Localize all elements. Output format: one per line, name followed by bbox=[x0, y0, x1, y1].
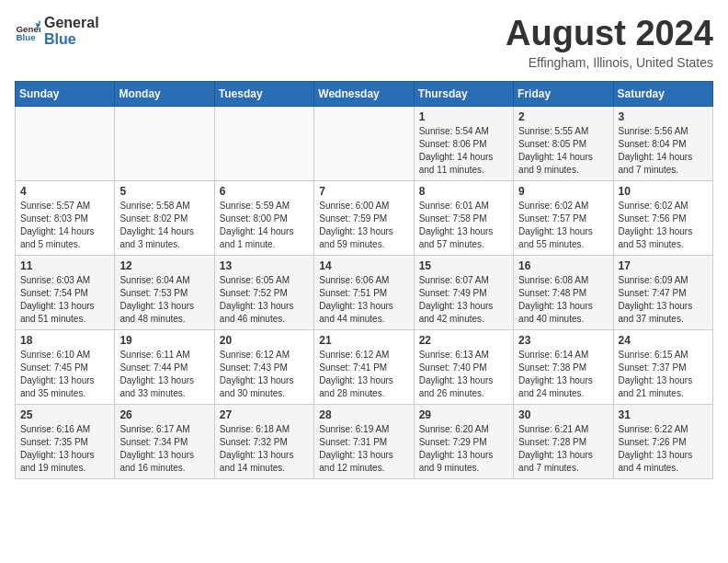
calendar-week-row: 18Sunrise: 6:10 AMSunset: 7:45 PMDayligh… bbox=[16, 329, 713, 404]
weekday-row: SundayMondayTuesdayWednesdayThursdayFrid… bbox=[16, 81, 713, 106]
weekday-header-wednesday: Wednesday bbox=[314, 81, 414, 106]
day-info: Sunrise: 5:54 AMSunset: 8:06 PMDaylight:… bbox=[419, 126, 494, 175]
day-info: Sunrise: 6:18 AMSunset: 7:32 PMDaylight:… bbox=[220, 424, 294, 473]
day-number: 28 bbox=[319, 408, 408, 421]
calendar-table: SundayMondayTuesdayWednesdayThursdayFrid… bbox=[15, 81, 713, 479]
calendar-cell: 22Sunrise: 6:13 AMSunset: 7:40 PMDayligh… bbox=[414, 329, 513, 404]
calendar-cell bbox=[16, 106, 115, 180]
svg-text:Blue: Blue bbox=[16, 31, 36, 41]
day-info: Sunrise: 6:12 AMSunset: 7:43 PMDaylight:… bbox=[220, 350, 294, 398]
day-number: 11 bbox=[20, 259, 109, 272]
day-number: 10 bbox=[619, 185, 708, 198]
day-info: Sunrise: 6:02 AMSunset: 7:56 PMDaylight:… bbox=[619, 201, 693, 249]
calendar-header: SundayMondayTuesdayWednesdayThursdayFrid… bbox=[16, 81, 713, 106]
calendar-cell: 31Sunrise: 6:22 AMSunset: 7:26 PMDayligh… bbox=[613, 404, 712, 478]
day-number: 31 bbox=[619, 408, 708, 421]
weekday-header-tuesday: Tuesday bbox=[214, 81, 313, 106]
calendar-cell: 5Sunrise: 5:58 AMSunset: 8:02 PMDaylight… bbox=[115, 180, 214, 255]
day-number: 13 bbox=[220, 259, 309, 272]
day-info: Sunrise: 6:12 AMSunset: 7:41 PMDaylight:… bbox=[319, 350, 393, 398]
day-info: Sunrise: 5:58 AMSunset: 8:02 PMDaylight:… bbox=[119, 201, 194, 249]
day-info: Sunrise: 6:01 AMSunset: 7:58 PMDaylight:… bbox=[419, 201, 494, 249]
calendar-cell: 27Sunrise: 6:18 AMSunset: 7:32 PMDayligh… bbox=[214, 404, 313, 478]
calendar-cell: 21Sunrise: 6:12 AMSunset: 7:41 PMDayligh… bbox=[314, 329, 414, 404]
day-info: Sunrise: 6:17 AMSunset: 7:34 PMDaylight:… bbox=[119, 424, 194, 473]
day-number: 9 bbox=[518, 185, 608, 198]
calendar-body: 1Sunrise: 5:54 AMSunset: 8:06 PMDaylight… bbox=[16, 106, 713, 478]
day-number: 22 bbox=[419, 334, 508, 347]
day-number: 17 bbox=[619, 259, 708, 272]
day-number: 21 bbox=[319, 334, 408, 347]
calendar-cell: 1Sunrise: 5:54 AMSunset: 8:06 PMDaylight… bbox=[414, 106, 513, 180]
day-info: Sunrise: 6:15 AMSunset: 7:37 PMDaylight:… bbox=[619, 350, 693, 398]
weekday-header-thursday: Thursday bbox=[414, 81, 513, 106]
calendar-cell: 26Sunrise: 6:17 AMSunset: 7:34 PMDayligh… bbox=[115, 404, 214, 478]
day-info: Sunrise: 6:05 AMSunset: 7:52 PMDaylight:… bbox=[220, 275, 294, 324]
calendar-cell: 18Sunrise: 6:10 AMSunset: 7:45 PMDayligh… bbox=[16, 329, 115, 404]
calendar-cell: 6Sunrise: 5:59 AMSunset: 8:00 PMDaylight… bbox=[214, 180, 313, 255]
day-info: Sunrise: 6:06 AMSunset: 7:51 PMDaylight:… bbox=[319, 275, 393, 324]
weekday-header-friday: Friday bbox=[514, 81, 613, 106]
logo-blue-text: Blue bbox=[44, 31, 99, 48]
day-info: Sunrise: 5:59 AMSunset: 8:00 PMDaylight:… bbox=[220, 201, 294, 249]
calendar-cell: 23Sunrise: 6:14 AMSunset: 7:38 PMDayligh… bbox=[514, 329, 613, 404]
calendar-cell: 8Sunrise: 6:01 AMSunset: 7:58 PMDaylight… bbox=[414, 180, 513, 255]
day-number: 30 bbox=[518, 408, 608, 421]
day-number: 3 bbox=[619, 110, 708, 123]
month-year-title: August 2024 bbox=[506, 15, 713, 53]
calendar-week-row: 1Sunrise: 5:54 AMSunset: 8:06 PMDaylight… bbox=[16, 106, 713, 180]
calendar-cell: 16Sunrise: 6:08 AMSunset: 7:48 PMDayligh… bbox=[514, 255, 613, 329]
calendar-cell: 9Sunrise: 6:02 AMSunset: 7:57 PMDaylight… bbox=[514, 180, 613, 255]
day-info: Sunrise: 6:08 AMSunset: 7:48 PMDaylight:… bbox=[518, 275, 593, 324]
calendar-cell: 10Sunrise: 6:02 AMSunset: 7:56 PMDayligh… bbox=[613, 180, 712, 255]
day-info: Sunrise: 6:14 AMSunset: 7:38 PMDaylight:… bbox=[518, 350, 593, 398]
day-info: Sunrise: 5:57 AMSunset: 8:03 PMDaylight:… bbox=[20, 201, 95, 249]
day-number: 14 bbox=[319, 259, 408, 272]
day-number: 19 bbox=[119, 334, 209, 347]
day-info: Sunrise: 6:22 AMSunset: 7:26 PMDaylight:… bbox=[619, 424, 693, 473]
calendar-cell: 29Sunrise: 6:20 AMSunset: 7:29 PMDayligh… bbox=[414, 404, 513, 478]
calendar-cell: 24Sunrise: 6:15 AMSunset: 7:37 PMDayligh… bbox=[613, 329, 712, 404]
logo: General Blue General Blue bbox=[15, 15, 99, 47]
calendar-cell: 30Sunrise: 6:21 AMSunset: 7:28 PMDayligh… bbox=[514, 404, 613, 478]
weekday-header-sunday: Sunday bbox=[16, 81, 115, 106]
calendar-week-row: 4Sunrise: 5:57 AMSunset: 8:03 PMDaylight… bbox=[16, 180, 713, 255]
day-number: 8 bbox=[419, 185, 508, 198]
weekday-header-monday: Monday bbox=[115, 81, 214, 106]
calendar-cell: 2Sunrise: 5:55 AMSunset: 8:05 PMDaylight… bbox=[514, 106, 613, 180]
day-number: 7 bbox=[319, 185, 408, 198]
day-number: 27 bbox=[220, 408, 309, 421]
calendar-cell bbox=[214, 106, 313, 180]
day-info: Sunrise: 6:04 AMSunset: 7:53 PMDaylight:… bbox=[119, 275, 194, 324]
day-number: 26 bbox=[119, 408, 209, 421]
logo-general-text: General bbox=[44, 15, 99, 31]
day-info: Sunrise: 6:10 AMSunset: 7:45 PMDaylight:… bbox=[20, 350, 95, 398]
calendar-cell: 20Sunrise: 6:12 AMSunset: 7:43 PMDayligh… bbox=[214, 329, 313, 404]
calendar-cell: 4Sunrise: 5:57 AMSunset: 8:03 PMDaylight… bbox=[16, 180, 115, 255]
calendar-week-row: 11Sunrise: 6:03 AMSunset: 7:54 PMDayligh… bbox=[16, 255, 713, 329]
day-number: 16 bbox=[518, 259, 608, 272]
day-number: 29 bbox=[419, 408, 508, 421]
day-info: Sunrise: 6:03 AMSunset: 7:54 PMDaylight:… bbox=[20, 275, 95, 324]
weekday-header-saturday: Saturday bbox=[613, 81, 712, 106]
calendar-cell: 11Sunrise: 6:03 AMSunset: 7:54 PMDayligh… bbox=[16, 255, 115, 329]
day-info: Sunrise: 6:09 AMSunset: 7:47 PMDaylight:… bbox=[619, 275, 693, 324]
day-info: Sunrise: 6:21 AMSunset: 7:28 PMDaylight:… bbox=[518, 424, 593, 473]
day-info: Sunrise: 6:11 AMSunset: 7:44 PMDaylight:… bbox=[119, 350, 194, 398]
calendar-cell: 17Sunrise: 6:09 AMSunset: 7:47 PMDayligh… bbox=[613, 255, 712, 329]
day-number: 4 bbox=[20, 185, 109, 198]
calendar-cell: 15Sunrise: 6:07 AMSunset: 7:49 PMDayligh… bbox=[414, 255, 513, 329]
logo-icon: General Blue bbox=[15, 18, 40, 44]
calendar-cell: 14Sunrise: 6:06 AMSunset: 7:51 PMDayligh… bbox=[314, 255, 414, 329]
day-info: Sunrise: 6:13 AMSunset: 7:40 PMDaylight:… bbox=[419, 350, 494, 398]
calendar-cell: 19Sunrise: 6:11 AMSunset: 7:44 PMDayligh… bbox=[115, 329, 214, 404]
calendar-cell: 28Sunrise: 6:19 AMSunset: 7:31 PMDayligh… bbox=[314, 404, 414, 478]
day-info: Sunrise: 6:07 AMSunset: 7:49 PMDaylight:… bbox=[419, 275, 494, 324]
day-number: 24 bbox=[619, 334, 708, 347]
location-subtitle: Effingham, Illinois, United States bbox=[506, 55, 713, 70]
calendar-cell: 25Sunrise: 6:16 AMSunset: 7:35 PMDayligh… bbox=[16, 404, 115, 478]
day-info: Sunrise: 6:19 AMSunset: 7:31 PMDaylight:… bbox=[319, 424, 393, 473]
day-number: 18 bbox=[20, 334, 109, 347]
day-number: 5 bbox=[119, 185, 209, 198]
calendar-cell bbox=[115, 106, 214, 180]
